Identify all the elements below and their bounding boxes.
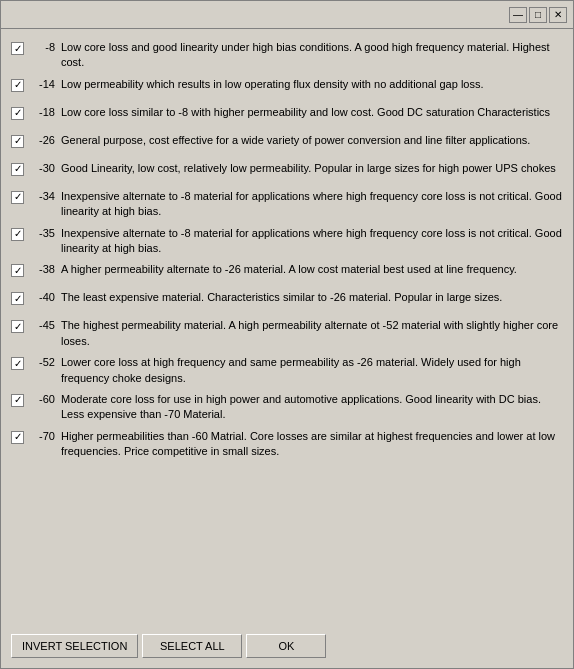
checkbox--26[interactable]: [11, 135, 24, 148]
item-description: A higher permeability alternate to -26 m…: [61, 262, 563, 277]
checkbox--70[interactable]: [11, 431, 24, 444]
item-description: Lower core loss at high frequency and sa…: [61, 355, 563, 386]
item-id-label: -18: [31, 105, 61, 118]
item-description: General purpose, cost effective for a wi…: [61, 133, 563, 148]
list-item: -38A higher permeability alternate to -2…: [11, 259, 563, 287]
item-description: The highest permeability material. A hig…: [61, 318, 563, 349]
list-item: -18Low core loss similar to -8 with high…: [11, 102, 563, 130]
checkbox--8[interactable]: [11, 42, 24, 55]
item-id-label: -45: [31, 318, 61, 331]
title-bar: — □ ✕: [1, 1, 573, 29]
main-window: — □ ✕ -8Low core loss and good linearity…: [0, 0, 574, 669]
checkbox--52[interactable]: [11, 357, 24, 370]
select-all-button[interactable]: SELECT ALL: [142, 634, 242, 658]
item-id-label: -8: [31, 40, 61, 53]
checkbox--40[interactable]: [11, 292, 24, 305]
list-item: -14Low permeability which results in low…: [11, 74, 563, 102]
list-item: -70Higher permeabilities than -60 Matria…: [11, 426, 563, 463]
item-description: Good Linearity, low cost, relatively low…: [61, 161, 563, 176]
item-description: Low permeability which results in low op…: [61, 77, 563, 92]
checkbox--34[interactable]: [11, 191, 24, 204]
checkbox--45[interactable]: [11, 320, 24, 333]
list-item: -8Low core loss and good linearity under…: [11, 37, 563, 74]
minimize-button[interactable]: —: [509, 7, 527, 23]
item-id-label: -38: [31, 262, 61, 275]
item-id-label: -14: [31, 77, 61, 90]
content-area: -8Low core loss and good linearity under…: [1, 29, 573, 626]
title-bar-buttons: — □ ✕: [509, 7, 567, 23]
item-description: Moderate core loss for use in high power…: [61, 392, 563, 423]
list-item: -45The highest permeability material. A …: [11, 315, 563, 352]
list-item: -40The least expensive material. Charact…: [11, 287, 563, 315]
item-id-label: -70: [31, 429, 61, 442]
list-item: -34Inexpensive alternate to -8 material …: [11, 186, 563, 223]
checkbox--18[interactable]: [11, 107, 24, 120]
item-id-label: -34: [31, 189, 61, 202]
item-description: Inexpensive alternate to -8 material for…: [61, 189, 563, 220]
checkbox--60[interactable]: [11, 394, 24, 407]
list-item: -26General purpose, cost effective for a…: [11, 130, 563, 158]
ok-button[interactable]: OK: [246, 634, 326, 658]
button-row: INVERT SELECTION SELECT ALL OK: [1, 626, 573, 668]
item-id-label: -60: [31, 392, 61, 405]
item-id-label: -52: [31, 355, 61, 368]
item-id-label: -40: [31, 290, 61, 303]
list-item: -52Lower core loss at high frequency and…: [11, 352, 563, 389]
item-id-label: -35: [31, 226, 61, 239]
item-description: Inexpensive alternate to -8 material for…: [61, 226, 563, 257]
checkbox--30[interactable]: [11, 163, 24, 176]
maximize-button[interactable]: □: [529, 7, 547, 23]
item-id-label: -26: [31, 133, 61, 146]
close-button[interactable]: ✕: [549, 7, 567, 23]
invert-selection-button[interactable]: INVERT SELECTION: [11, 634, 138, 658]
checkbox--35[interactable]: [11, 228, 24, 241]
item-description: Low core loss similar to -8 with higher …: [61, 105, 563, 120]
checkbox--38[interactable]: [11, 264, 24, 277]
list-item: -35Inexpensive alternate to -8 material …: [11, 223, 563, 260]
item-id-label: -30: [31, 161, 61, 174]
item-description: Low core loss and good linearity under h…: [61, 40, 563, 71]
item-description: Higher permeabilities than -60 Matrial. …: [61, 429, 563, 460]
checkbox--14[interactable]: [11, 79, 24, 92]
item-description: The least expensive material. Characteri…: [61, 290, 563, 305]
list-item: -60Moderate core loss for use in high po…: [11, 389, 563, 426]
list-item: -30Good Linearity, low cost, relatively …: [11, 158, 563, 186]
